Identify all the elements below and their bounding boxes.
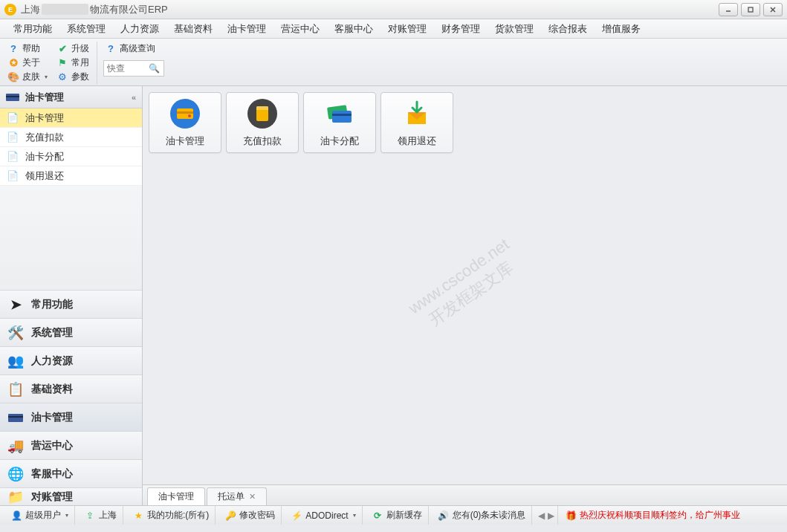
sidebar: 油卡管理 « 📄油卡管理 📄充值扣款 📄油卡分配 📄领用退还 ➤常用功能 🛠️系… [0,86,143,505]
flag-icon: ⚑ [56,57,68,69]
tile-label: 领用退还 [398,134,436,148]
palette-icon: 🎨 [7,71,19,83]
sidebar-item-card-manage[interactable]: 📄油卡管理 [0,108,142,128]
menu-item[interactable]: 常用功能 [6,20,59,38]
minimize-button[interactable] [719,3,738,16]
refresh-icon: ⟳ [372,510,383,522]
sidebar-cat-basic[interactable]: 📋基础资料 [0,374,142,403]
truck-icon: 🚚 [7,438,24,454]
sidebar-header: 油卡管理 « [0,86,142,108]
tile-distribute[interactable]: 油卡分配 [303,92,376,153]
cursor-icon: ➤ [7,296,24,313]
tile-return[interactable]: 领用退还 [380,92,453,153]
watermark: www.cscode.net 开发框架文库 [404,234,525,337]
window-title: 上海 物流有限公司ERP [21,3,719,16]
menu-item[interactable]: 增值服务 [595,20,648,38]
doc-icon: 📄 [6,151,19,163]
tab-card-manage[interactable]: 油卡管理 [147,487,205,505]
status-change-pwd[interactable]: 🔑修改密码 [218,506,282,525]
sidebar-item-return[interactable]: 📄领用退还 [0,166,142,186]
svg-rect-6 [8,414,23,422]
menu-item[interactable]: 营运中心 [273,20,327,38]
user-icon: 👤 [10,510,22,522]
sidebar-cat-operation[interactable]: 🚚营运中心 [0,431,142,459]
chevron-down-icon: ▾ [45,74,48,80]
search-help-icon: ? [105,43,117,55]
status-user[interactable]: 👤超级用户▾ [4,506,75,525]
status-nav[interactable]: ◀ ▶ [535,506,557,525]
common-button[interactable]: ⚑常用 [55,56,91,70]
tile-recharge[interactable]: 充值扣款 [226,92,299,153]
menu-item[interactable]: 系统管理 [59,20,113,38]
tools-icon: 🛠️ [7,325,24,341]
sidebar-cat-system[interactable]: 🛠️系统管理 [0,318,142,346]
credit-card-icon [169,97,201,130]
close-icon[interactable]: ✕ [249,492,256,502]
maximize-button[interactable] [741,3,760,16]
list-icon: 📋 [7,381,24,398]
bolt-icon: ⚡ [291,510,302,522]
svg-rect-10 [177,111,193,114]
sidebar-cat-hr[interactable]: 👥人力资源 [0,346,142,374]
skin-button[interactable]: 🎨皮肤▾ [6,70,49,84]
gift-icon: 🎁 [566,510,577,521]
status-ado[interactable]: ⚡ADODirect▾ [285,506,362,525]
quick-search-input[interactable]: 🔍 [103,60,164,77]
status-unread[interactable]: 🔊您有(0)条未读消息 [432,506,533,525]
status-marquee: 🎁热烈庆祝科顺项目顺利签约，给广州事业 [561,509,783,522]
folder-icon: 📁 [7,489,24,505]
params-button[interactable]: ⚙参数 [55,70,91,84]
svg-rect-17 [332,114,352,116]
help-icon: ? [7,43,19,55]
upgrade-button[interactable]: ✔升级 [55,42,91,56]
menu-item[interactable]: 综合报表 [541,20,595,38]
close-button[interactable] [763,3,783,16]
sidebar-item-distribute[interactable]: 📄油卡分配 [0,147,142,166]
sidebar-cat-common[interactable]: ➤常用功能 [0,290,142,318]
cards-icon [323,97,356,130]
menu-item[interactable]: 货款管理 [488,20,541,38]
status-myfunc[interactable]: ★我的功能:(所有) [126,506,216,525]
menu-item[interactable]: 客服中心 [327,20,380,38]
star-icon: ★ [132,510,144,522]
card-icon [7,409,24,426]
tile-label: 充值扣款 [243,134,282,148]
chevron-down-icon: ▾ [65,512,68,519]
money-icon [246,97,279,130]
globe-icon: 🌐 [7,466,24,482]
status-refresh[interactable]: ⟳刷新缓存 [366,506,429,525]
gear-icon: ⚙ [56,71,68,83]
menu-item[interactable]: 油卡管理 [220,20,273,38]
key-icon: 🔑 [224,510,236,522]
sidebar-cat-oilcard[interactable]: 油卡管理 [0,403,142,431]
chevron-down-icon: ▾ [353,512,356,519]
sidebar-cat-reconcile[interactable]: 📁对账管理 [0,487,142,505]
menu-item[interactable]: 基础资料 [166,20,220,38]
menu-item[interactable]: 财务管理 [434,20,488,38]
sidebar-cat-service[interactable]: 🌐客服中心 [0,459,142,487]
people-icon: 👥 [7,353,24,369]
menu-item[interactable]: 对账管理 [380,20,434,38]
svg-rect-16 [332,111,352,123]
status-branch[interactable]: ⇪上海 [78,506,123,525]
tile-label: 油卡管理 [166,134,204,148]
search-icon[interactable]: 🔍 [149,63,160,74]
search-field[interactable] [107,63,149,74]
tab-waybill[interactable]: 托运单✕ [207,487,267,505]
help-button[interactable]: ?帮助 [6,42,49,56]
title-bar: E 上海 物流有限公司ERP [0,0,787,19]
menu-bar: 常用功能 系统管理 人力资源 基础资料 油卡管理 营运中心 客服中心 对账管理 … [0,19,787,39]
sidebar-item-recharge[interactable]: 📄充值扣款 [0,128,142,147]
tile-card-manage[interactable]: 油卡管理 [149,92,221,153]
collapse-icon[interactable]: « [132,93,136,102]
mail-download-icon [401,97,433,130]
status-bar: 👤超级用户▾ ⇪上海 ★我的功能:(所有) 🔑修改密码 ⚡ADODirect▾ … [0,505,787,525]
tile-area: 油卡管理 充值扣款 油卡分配 领用退还 www.cscode.net 开发框架文… [143,86,787,484]
menu-item[interactable]: 人力资源 [113,20,166,38]
tile-label: 油卡分配 [320,134,359,148]
info-icon: ✪ [7,57,19,69]
advanced-search-button[interactable]: ?高级查询 [103,42,164,56]
doc-icon: 📄 [6,112,19,124]
doc-icon: 📄 [6,170,19,182]
about-button[interactable]: ✪关于 [6,56,49,70]
